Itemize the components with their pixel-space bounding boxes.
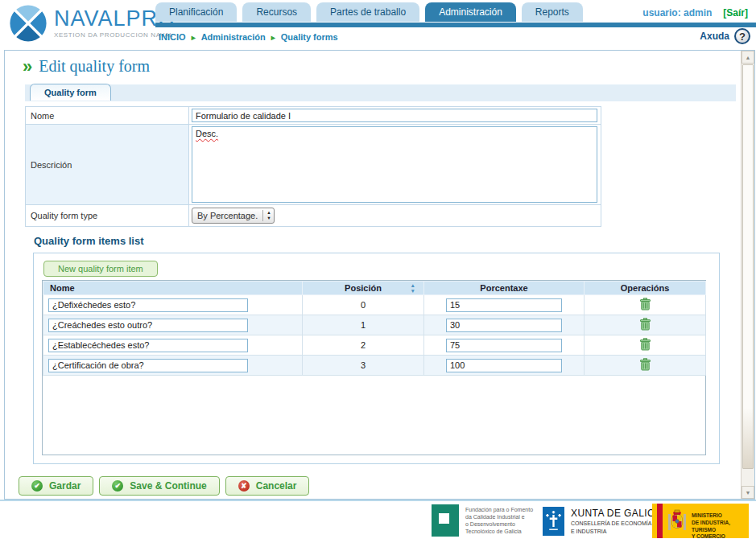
- fundacion-logo: Fundación para o Fomento da Calidade Ind…: [432, 504, 533, 537]
- nav-underline-bar: [155, 23, 756, 27]
- tab-partes-de-traballo[interactable]: Partes de traballo: [316, 2, 419, 22]
- breadcrumb-administracion[interactable]: Administración: [201, 32, 266, 42]
- ministerio-logo: MINISTERIO DE INDUSTRIA, TURISMO Y COMER…: [652, 504, 749, 538]
- trash-icon: [639, 358, 651, 371]
- column-header-porcentaxe: Porcentaxe: [424, 282, 585, 295]
- trash-icon: [639, 338, 651, 351]
- breadcrumb-quality-forms[interactable]: Quality forms: [281, 32, 338, 42]
- main-content: » Edit quality form Quality form Nome De…: [4, 50, 755, 500]
- table-row: 2: [43, 335, 706, 356]
- nome-label: Nome: [26, 107, 189, 125]
- item-nome-input[interactable]: [48, 298, 248, 312]
- quality-form-type-select[interactable]: By Percentage. ▲▼: [192, 208, 275, 224]
- main-nav: Planificación Recursos Partes de traball…: [155, 2, 583, 22]
- table-row: 0: [43, 295, 706, 315]
- tab-recursos[interactable]: Recursos: [242, 2, 311, 22]
- breadcrumb: INICIO ▸ Administración ▸ Quality forms: [159, 32, 338, 42]
- column-header-operacions: Operacións: [585, 282, 706, 295]
- delete-item-button[interactable]: [639, 298, 651, 311]
- fundacion-text: Fundación para o Fomento da Calidade Ind…: [465, 506, 533, 535]
- descricion-textarea[interactable]: Desc.: [192, 126, 597, 203]
- sort-icon[interactable]: ▲▼: [411, 283, 415, 294]
- quality-form-type-label: Quality form type: [26, 205, 189, 227]
- navalpro-logo-icon: [10, 5, 47, 42]
- help-icon[interactable]: ?: [734, 28, 750, 44]
- column-header-posicion[interactable]: Posición ▲▼: [303, 282, 424, 295]
- tab-quality-form[interactable]: Quality form: [30, 84, 111, 101]
- scrollbar-thumb[interactable]: [742, 64, 754, 469]
- save-button[interactable]: ✔ Gardar: [19, 476, 93, 496]
- cancel-button[interactable]: ✘ Cancelar: [225, 476, 310, 496]
- item-nome-input[interactable]: [48, 359, 248, 372]
- xunta-logo: XUNTA DE GALICIA CONSELLERÍA DE ECONOMÍA…: [543, 507, 664, 536]
- scroll-up-icon[interactable]: ▲: [742, 51, 754, 64]
- item-posicion: 1: [303, 315, 424, 335]
- check-icon: ✔: [31, 480, 43, 492]
- vertical-scrollbar[interactable]: ▲ ▼: [741, 51, 754, 499]
- tab-planificacion[interactable]: Planificación: [155, 2, 237, 22]
- item-nome-input[interactable]: [48, 319, 248, 332]
- tab-administracion[interactable]: Administración: [425, 2, 516, 22]
- trash-icon: [639, 298, 651, 311]
- xunta-subtitle: CONSELLERÍA DE ECONOMÍA E INDUSTRIA: [571, 520, 664, 534]
- cancel-icon: ✘: [238, 480, 250, 492]
- user-label: usuario: admin: [642, 7, 712, 19]
- footer: Fundación para o Fomento da Calidade Ind…: [0, 501, 756, 543]
- form-tab-strip: Quality form: [25, 84, 736, 101]
- page-title: Edit quality form: [39, 57, 150, 76]
- logout-link[interactable]: [Saír]: [723, 7, 748, 19]
- item-posicion: 3: [303, 356, 424, 376]
- navalpro-logo[interactable]: NAVALPRO XESTION DA PRODUCCION NAVAL: [10, 5, 176, 42]
- breadcrumb-arrow-icon: ▸: [192, 33, 196, 42]
- scroll-down-icon[interactable]: ▼: [742, 486, 754, 499]
- item-porcentaxe-input[interactable]: [446, 359, 562, 372]
- items-list-heading: Quality form items list: [34, 235, 144, 247]
- tab-reports[interactable]: Reports: [522, 2, 583, 22]
- item-porcentaxe-input[interactable]: [446, 298, 562, 312]
- item-posicion: 2: [303, 335, 424, 356]
- nome-input[interactable]: [192, 109, 597, 122]
- delete-item-button[interactable]: [639, 318, 651, 331]
- save-and-continue-button[interactable]: ✔ Save & Continue: [99, 476, 219, 496]
- new-quality-form-item-button[interactable]: New quality form item: [43, 261, 158, 277]
- xunta-title: XUNTA DE GALICIA: [571, 508, 664, 519]
- xunta-logo-icon: [543, 507, 564, 536]
- breadcrumb-arrow-icon: ▸: [271, 33, 275, 42]
- table-row: 1: [43, 315, 706, 335]
- column-header-nome: Nome: [43, 282, 303, 295]
- item-posicion: 0: [303, 295, 424, 315]
- app-tagline: XESTION DA PRODUCCION NAVAL: [54, 31, 176, 39]
- items-panel: New quality form item Nome Posición ▲▼ P…: [33, 253, 720, 464]
- check-icon: ✔: [112, 480, 123, 492]
- delete-item-button[interactable]: [639, 338, 651, 351]
- delete-item-button[interactable]: [639, 358, 651, 371]
- form-actions: ✔ Gardar ✔ Save & Continue ✘ Cancelar: [19, 476, 309, 496]
- spain-coat-of-arms-icon: [666, 508, 688, 533]
- quality-form-table: Nome Descrición Desc. Quality form type …: [25, 106, 601, 227]
- title-chevrons-icon: »: [23, 60, 32, 74]
- select-value: By Percentage.: [197, 211, 258, 220]
- select-spinner-icon: ▲▼: [262, 210, 271, 221]
- help-area: Axuda ?: [700, 28, 750, 44]
- ministerio-flag-icon: MINISTERIO DE INDUSTRIA, TURISMO Y COMER…: [652, 504, 749, 538]
- item-porcentaxe-input[interactable]: [446, 319, 562, 332]
- breadcrumb-inicio[interactable]: INICIO: [159, 32, 186, 42]
- fundacion-logo-icon: [432, 504, 459, 537]
- item-nome-input[interactable]: [48, 339, 248, 352]
- descricion-label: Descrición: [26, 125, 189, 205]
- help-label[interactable]: Axuda: [700, 31, 729, 42]
- ministerio-text: MINISTERIO DE INDUSTRIA, TURISMO Y COMER…: [692, 512, 749, 538]
- item-porcentaxe-input[interactable]: [446, 339, 562, 352]
- table-row: 3: [43, 356, 706, 376]
- items-table: Nome Posición ▲▼ Porcentaxe Operacións: [42, 280, 706, 455]
- trash-icon: [639, 318, 651, 331]
